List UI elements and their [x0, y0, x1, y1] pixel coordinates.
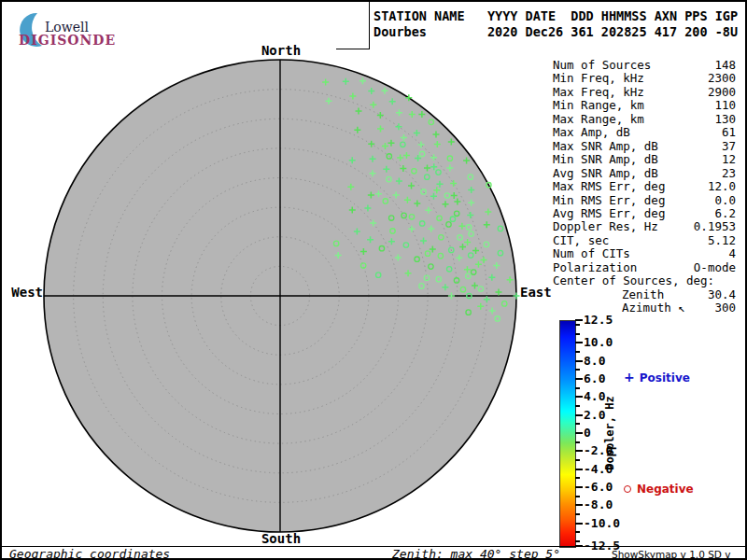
colorbar-minor-tick	[575, 405, 580, 407]
compass-east-label: East	[520, 285, 552, 300]
stat-label: Min SNR Amp, dB	[553, 153, 658, 166]
colorbar-major-tick	[575, 523, 583, 525]
stat-value: 61	[722, 126, 736, 139]
zenith-scale-label: Zenith: max 40° step 5°	[392, 547, 560, 560]
stat-label: Num of CITs	[553, 247, 630, 260]
doppler-colorbar	[559, 320, 576, 548]
stat-label: Max Range, km	[553, 113, 644, 126]
stat-row: PolarizationO-mode	[553, 261, 736, 274]
compass-west-label: West	[9, 285, 43, 300]
colorbar-tick-label: -8.0	[584, 498, 613, 511]
header-table: STATION NAME YYYY DATE DDD HHMMSS AXN PP…	[374, 8, 738, 40]
stat-label: CIT, sec	[553, 234, 609, 247]
stat-row: Zenith30.4	[553, 288, 736, 301]
software-version-label: ShowSkymap v 1.0 SD v 5.1	[612, 549, 745, 560]
colorbar-tick-label: 2.0	[584, 409, 605, 422]
stat-label: Max SNR Amp, dB	[553, 140, 658, 153]
legend-positive-label: Positive	[640, 371, 690, 385]
colorbar-major-tick	[575, 414, 583, 416]
stat-value: 4	[728, 247, 736, 260]
colorbar-minor-tick	[575, 459, 580, 461]
colorbar-tick-label: 6.0	[584, 372, 605, 385]
colorbar-minor-tick	[575, 531, 580, 533]
colorbar-major-tick	[575, 504, 583, 506]
stat-value: 12.0	[708, 180, 736, 193]
stat-value: 0.1953	[694, 220, 736, 233]
stat-row: Min SNR Amp, dB12	[553, 153, 736, 166]
colorbar-major-tick	[575, 396, 583, 398]
stat-row: Min Freq, kHz2300	[553, 72, 736, 85]
stat-value: 37	[722, 140, 736, 153]
colorbar-minor-tick	[575, 477, 580, 479]
stat-label: Num of Sources	[553, 59, 651, 72]
stat-label: Center of Sources, deg:	[553, 274, 714, 287]
colorbar-minor-tick	[575, 540, 580, 542]
stat-label: Max RMS Err, deg	[553, 180, 665, 193]
stat-row: Num of CITs4	[553, 247, 736, 260]
stat-value: 130	[714, 113, 736, 126]
stat-row: Min RMS Err, deg0.0	[553, 194, 736, 207]
lowell-digisonde-logo: Lowell DIGISONDE	[9, 7, 121, 49]
stat-label: Avg RMS Err, deg	[553, 207, 665, 220]
stat-row: Azimuth ↖300	[553, 301, 736, 315]
stat-label: Max Amp, dB	[553, 126, 630, 139]
colorbar-minor-tick	[575, 387, 580, 389]
stat-value: 12	[722, 153, 736, 166]
colorbar-major-tick	[575, 450, 583, 452]
stat-row: CIT, sec5.12	[553, 234, 736, 247]
header-labels-row: STATION NAME YYYY DATE DDD HHMMSS AXN PP…	[374, 8, 738, 23]
colorbar-tick-label: 12.5	[584, 314, 613, 327]
stat-label: Avg SNR Amp, dB	[553, 167, 658, 180]
colorbar-title: Doppler, Hz	[603, 391, 616, 475]
stat-value: 2300	[708, 72, 736, 85]
colorbar-tick-label: -10.0	[584, 517, 620, 530]
stat-value: 110	[714, 99, 736, 112]
stat-row: Max RMS Err, deg12.0	[553, 180, 736, 193]
stat-value: 2900	[708, 86, 736, 99]
colorbar-major-tick	[575, 360, 583, 362]
stat-row: Max Amp, dB61	[553, 126, 736, 139]
stat-row: Center of Sources, deg:	[553, 274, 736, 287]
stat-row: Num of Sources148	[553, 59, 736, 72]
colorbar-major-tick	[575, 319, 583, 321]
colorbar-minor-tick	[575, 333, 580, 335]
colorbar-major-tick	[575, 378, 583, 380]
colorbar-minor-tick	[575, 351, 580, 353]
skymap-window: Lowell DIGISONDE STATION NAME YYYY DATE …	[0, 0, 747, 560]
logo-digisonde-text: DIGISONDE	[19, 33, 116, 48]
stat-value: 5.12	[708, 234, 736, 247]
colorbar-tick-label: -6.0	[584, 481, 613, 494]
stat-value: 23	[722, 167, 736, 180]
stat-row: Max Freq, kHz2900	[553, 86, 736, 99]
stat-row: Max Range, km130	[553, 113, 736, 126]
colorbar-minor-tick	[575, 496, 580, 497]
compass-north-label: North	[257, 43, 305, 58]
stat-row: Max SNR Amp, dB37	[553, 140, 736, 153]
legend-negative-label: Negative	[637, 483, 694, 496]
stat-label: Azimuth ↖	[553, 301, 685, 315]
header-values-row: Dourbes 2020 Dec26 361 202825 417 200 -8…	[374, 24, 738, 39]
plus-marker-icon: +	[624, 370, 635, 385]
legend-negative: Negative	[624, 483, 694, 496]
stat-value: 300	[714, 301, 736, 315]
stat-row: Doppler Res, Hz0.1953	[553, 220, 736, 233]
colorbar-minor-tick	[575, 513, 580, 515]
compass-south-label: South	[257, 531, 305, 546]
colorbar-tick-label: 10.0	[584, 336, 613, 349]
header-divider-horizontal	[336, 49, 370, 49]
colorbar-major-tick	[575, 486, 583, 488]
colorbar-major-tick	[575, 469, 583, 470]
colorbar-tick-label: 4.0	[584, 390, 605, 403]
colorbar-major-tick	[575, 432, 583, 434]
header-divider-vertical	[369, 2, 370, 49]
measurement-stats-panel: Num of Sources148Min Freq, kHz2300Max Fr…	[553, 59, 736, 315]
stat-value: 0.0	[714, 194, 736, 207]
colorbar-tick-label: 0	[584, 427, 591, 440]
stat-label: Min RMS Err, deg	[553, 194, 665, 207]
coordinates-mode-label: Geographic coordinates	[9, 547, 170, 560]
colorbar-minor-tick	[575, 324, 580, 326]
stat-label: Doppler Res, Hz	[553, 220, 658, 233]
stat-value: O-mode	[694, 261, 736, 274]
stat-value: 148	[714, 59, 736, 72]
stat-label: Polarization	[553, 261, 637, 274]
